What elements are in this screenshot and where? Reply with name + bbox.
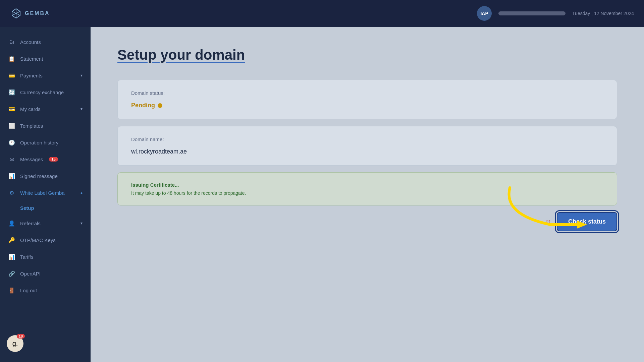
sidebar-item-label: Statement bbox=[20, 56, 43, 62]
sidebar-item-log-out[interactable]: 🚪 Log out bbox=[0, 282, 91, 299]
referrals-icon: 👤 bbox=[8, 220, 15, 227]
domain-name-label: Domain name: bbox=[131, 136, 603, 142]
white-label-icon: ⚙ bbox=[8, 189, 15, 196]
chevron-down-icon: ▾ bbox=[80, 107, 83, 111]
open-api-icon: 🔗 bbox=[8, 270, 15, 277]
currency-exchange-icon: 🔄 bbox=[8, 88, 15, 96]
sidebar-item-statement[interactable]: 📋 Statement bbox=[0, 50, 91, 67]
statement-icon: 📋 bbox=[8, 55, 15, 62]
sidebar-item-white-label-gemba[interactable]: ⚙ White Label Gemba ▴ bbox=[0, 184, 91, 201]
sidebar-item-label: Referrals bbox=[20, 221, 41, 226]
cert-issuing-text: Issuing Certificate... bbox=[131, 182, 603, 188]
payments-icon: 💳 bbox=[8, 72, 15, 79]
sidebar-subitem-label: Setup bbox=[20, 205, 34, 211]
chat-badge: 18 bbox=[17, 334, 25, 339]
sidebar-item-label: Templates bbox=[20, 123, 43, 129]
sidebar-item-label: OpenAPI bbox=[20, 271, 41, 277]
domain-status-card: Domain status: Pending bbox=[117, 80, 617, 119]
logo-text: GEMBA bbox=[25, 10, 50, 16]
sidebar-item-label: My cards bbox=[20, 106, 41, 112]
topbar: GEMBA IAP Tuesday , 12 November 2024 bbox=[0, 0, 644, 27]
sidebar-item-label: Tariffs bbox=[20, 254, 34, 260]
domain-name-card: Domain name: wl.rockyroadteam.ae bbox=[117, 126, 617, 166]
gemba-logo-icon bbox=[10, 7, 22, 19]
sidebar: 🗂 Accounts 📋 Statement 💳 Payments ▾ 🔄 Cu… bbox=[0, 27, 91, 362]
chevron-down-icon: ▾ bbox=[80, 73, 83, 78]
sidebar-item-currency-exchange[interactable]: 🔄 Currency exchange bbox=[0, 84, 91, 101]
cert-note-text: It may take up to 48 hours for the recor… bbox=[131, 190, 603, 196]
sidebar-item-label: Currency exchange bbox=[20, 89, 64, 95]
chevron-down-icon: ▾ bbox=[80, 221, 83, 226]
sidebar-item-open-api[interactable]: 🔗 OpenAPI bbox=[0, 265, 91, 282]
pending-text: Pending bbox=[131, 102, 155, 109]
messages-icon: ✉ bbox=[8, 156, 15, 163]
templates-icon: ⬜ bbox=[8, 122, 15, 129]
bottom-action-row: et Check status bbox=[117, 212, 617, 231]
page-title: Setup your domain bbox=[117, 47, 617, 63]
certificate-card: Issuing Certificate... It may take up to… bbox=[117, 172, 617, 205]
tariffs-icon: 📊 bbox=[8, 253, 15, 260]
sidebar-item-label: White Label Gemba bbox=[20, 190, 65, 196]
user-avatar[interactable]: IAP bbox=[477, 6, 492, 21]
sidebar-item-label: Accounts bbox=[20, 39, 41, 45]
sidebar-item-label: Payments bbox=[20, 73, 43, 78]
date-display: Tuesday , 12 November 2024 bbox=[572, 11, 634, 16]
sidebar-item-tariffs[interactable]: 📊 Tariffs bbox=[0, 248, 91, 265]
sidebar-subitem-setup[interactable]: Setup bbox=[0, 201, 91, 215]
sidebar-item-label: OTP/MAC Keys bbox=[20, 237, 56, 243]
otp-mac-icon: 🔑 bbox=[8, 236, 15, 244]
user-name-bar bbox=[498, 11, 566, 15]
sidebar-item-label: Signed message bbox=[20, 173, 58, 179]
my-cards-icon: 💳 bbox=[8, 105, 15, 113]
sidebar-item-label: Log out bbox=[20, 288, 37, 293]
topbar-right: IAP Tuesday , 12 November 2024 bbox=[477, 6, 634, 21]
sidebar-item-templates[interactable]: ⬜ Templates bbox=[0, 117, 91, 134]
sidebar-item-signed-message[interactable]: 📊 Signed message bbox=[0, 168, 91, 184]
sidebar-item-operation-history[interactable]: 🕐 Operation history bbox=[0, 134, 91, 151]
sidebar-item-messages[interactable]: ✉ Messages 15 bbox=[0, 151, 91, 168]
domain-status-label: Domain status: bbox=[131, 90, 603, 96]
sidebar-item-otp-mac-keys[interactable]: 🔑 OTP/MAC Keys bbox=[0, 232, 91, 248]
accounts-icon: 🗂 bbox=[8, 38, 15, 46]
signed-message-icon: 📊 bbox=[8, 172, 15, 180]
sidebar-item-label: Messages bbox=[20, 157, 43, 162]
sidebar-item-accounts[interactable]: 🗂 Accounts bbox=[0, 34, 91, 50]
domain-status-value: Pending bbox=[131, 102, 603, 109]
partial-text: et bbox=[546, 219, 550, 225]
sidebar-item-referrals[interactable]: 👤 Referrals ▾ bbox=[0, 215, 91, 232]
sidebar-item-payments[interactable]: 💳 Payments ▾ bbox=[0, 67, 91, 84]
operation-history-icon: 🕐 bbox=[8, 139, 15, 146]
log-out-icon: 🚪 bbox=[8, 287, 15, 294]
main-content: Setup your domain Domain status: Pending… bbox=[91, 27, 644, 362]
logo-area: GEMBA bbox=[10, 7, 50, 19]
domain-name-value: wl.rockyroadteam.ae bbox=[131, 148, 603, 155]
check-status-button[interactable]: Check status bbox=[557, 212, 617, 231]
chat-widget[interactable]: g. 18 bbox=[7, 335, 23, 352]
sidebar-item-label: Operation history bbox=[20, 140, 58, 145]
pending-dot-icon bbox=[158, 103, 162, 108]
messages-badge: 15 bbox=[49, 157, 58, 162]
chevron-up-icon: ▴ bbox=[80, 190, 83, 195]
sidebar-item-my-cards[interactable]: 💳 My cards ▾ bbox=[0, 101, 91, 117]
